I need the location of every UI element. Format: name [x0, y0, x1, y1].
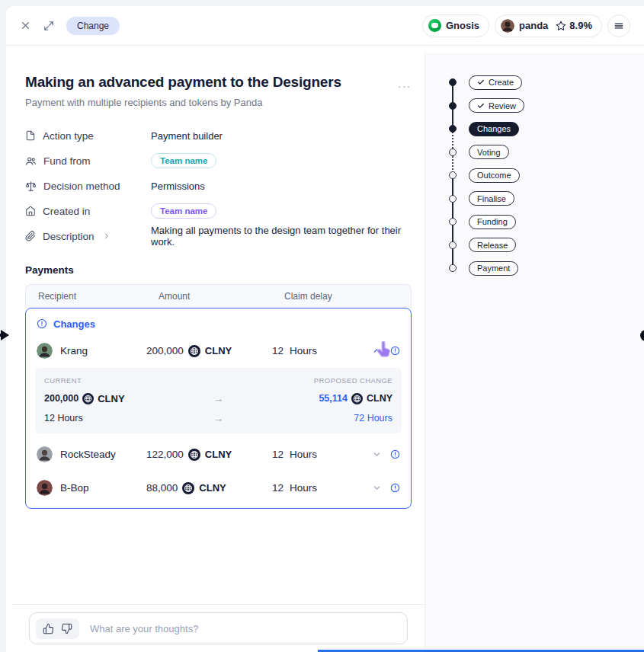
expand-icon[interactable]	[43, 21, 54, 31]
proposed-amount: 55,114	[319, 393, 348, 404]
scale-icon	[25, 181, 37, 192]
step-dot-hollow	[449, 171, 457, 179]
team-badge[interactable]: Team name	[151, 203, 216, 219]
step-release[interactable]: Release	[436, 234, 588, 257]
field-fund-from: Fund from Team name	[25, 149, 412, 174]
step-label: Create	[489, 78, 514, 87]
step-dot-filled	[449, 125, 457, 133]
network-name: Gnosis	[446, 20, 479, 31]
step-outcome[interactable]: Outcome	[436, 164, 588, 187]
comment-input[interactable]	[90, 623, 401, 634]
annotation-arrow-left	[0, 327, 10, 344]
thumbs-up-icon[interactable]	[43, 623, 54, 634]
delay-unit: Hours	[290, 345, 317, 356]
reaction-box	[36, 618, 79, 639]
delay-change-row: 12 Hours → 72 Hours	[44, 413, 392, 424]
check-icon	[477, 102, 485, 110]
gnosis-network-icon	[428, 19, 441, 32]
field-label: Created in	[43, 206, 90, 217]
column-header-recipient: Recipient	[38, 291, 159, 302]
step-create[interactable]: Create	[436, 71, 588, 94]
field-description: Description Making all payments to the d…	[25, 224, 412, 249]
changes-label: Changes	[53, 318, 95, 330]
step-changes[interactable]: Changes	[436, 117, 588, 141]
step-label: Payment	[477, 264, 510, 273]
step-dot-hollow	[449, 241, 457, 249]
file-icon	[25, 130, 36, 141]
proposed-change-label: PROPOSED CHANGE	[314, 376, 392, 385]
step-label: Outcome	[477, 171, 511, 180]
recipient-name[interactable]: RockSteady	[60, 449, 116, 460]
step-dot-hollow	[449, 149, 457, 156]
clny-token-icon	[82, 393, 94, 404]
action-type-badge[interactable]: Change	[66, 17, 120, 35]
recipient-name[interactable]: B-Bop	[60, 482, 89, 494]
expand-chevron-icon[interactable]	[372, 449, 382, 459]
proposed-delay: 72 Hours	[354, 413, 392, 423]
user-avatar	[501, 19, 514, 33]
chevron-right-icon	[103, 232, 111, 240]
reputation-value: 8.9%	[569, 20, 592, 31]
step-dot-filled	[449, 102, 457, 110]
team-badge[interactable]: Team name	[151, 153, 216, 168]
info-icon	[37, 318, 47, 329]
close-icon[interactable]	[20, 20, 31, 31]
field-value: Making all payments to the design team t…	[151, 225, 412, 248]
step-dot-hollow	[449, 195, 457, 203]
step-label: Release	[477, 241, 508, 250]
clny-token-icon	[182, 482, 194, 494]
step-label: Review	[489, 101, 516, 110]
topbar-right: Gnosis panda 8.9%	[422, 14, 630, 37]
payment-row-bbop: B-Bop 88,000 CLNY 12 Ho	[37, 479, 400, 497]
user-menu[interactable]: panda 8.9%	[495, 14, 602, 37]
hamburger-menu-icon[interactable]	[607, 14, 630, 37]
current-amount: 200,000	[44, 393, 78, 404]
proposed-change-panel: CURRENT PROPOSED CHANGE 200,000 CLNY	[35, 368, 402, 433]
column-header-claim-delay: Claim delay	[284, 291, 411, 302]
thumbs-down-icon[interactable]	[61, 623, 72, 634]
row-info-icon[interactable]	[390, 483, 400, 493]
step-label: Funding	[477, 217, 508, 226]
changes-group: Changes Krang 200,000	[25, 308, 412, 509]
current-delay: 12 Hours	[44, 413, 213, 423]
step-payment[interactable]: Payment	[436, 257, 588, 280]
step-voting[interactable]: Voting	[436, 141, 588, 165]
recipient-name[interactable]: Krang	[60, 345, 88, 356]
field-label: Fund from	[43, 155, 91, 167]
amount-value: 88,000	[146, 482, 178, 494]
avatar	[37, 446, 53, 462]
changes-group-header: Changes	[37, 318, 400, 330]
step-dot-hollow	[449, 264, 457, 272]
step-label: Finalise	[477, 194, 506, 203]
comment-bar	[12, 604, 425, 652]
amount-value: 122,000	[146, 449, 184, 460]
row-info-icon[interactable]	[390, 449, 400, 459]
clny-token-icon	[188, 449, 200, 461]
more-options-icon[interactable]: ...	[398, 74, 412, 89]
delay-unit: Hours	[290, 449, 317, 460]
collapse-chevron-icon[interactable]	[372, 346, 382, 356]
expand-chevron-icon[interactable]	[372, 483, 382, 493]
step-review[interactable]: Review	[436, 94, 588, 118]
star-icon	[556, 21, 566, 31]
column-header-amount: Amount	[159, 291, 284, 302]
field-value: Payment builder	[151, 130, 223, 142]
action-fields: Action type Payment builder Fund from Te…	[25, 123, 412, 249]
action-detail-panel: Making an advanced payment to the Design…	[12, 53, 425, 652]
step-finalise[interactable]: Finalise	[436, 187, 588, 211]
row-info-icon[interactable]	[390, 346, 400, 356]
current-label: CURRENT	[44, 376, 82, 385]
users-icon	[25, 155, 37, 167]
paperclip-icon	[25, 231, 36, 241]
step-funding[interactable]: Funding	[436, 210, 588, 234]
clny-token-icon	[351, 393, 363, 404]
reputation: 8.9%	[556, 20, 592, 31]
amount-value: 200,000	[146, 345, 184, 356]
comment-input-container[interactable]	[29, 612, 408, 644]
delay-value: 12	[272, 449, 284, 460]
token-symbol: CLNY	[205, 449, 232, 460]
user-name: panda	[519, 20, 548, 31]
network-selector[interactable]: Gnosis	[422, 14, 489, 37]
field-action-type: Action type Payment builder	[25, 123, 412, 149]
progress-sidebar: Create Review Changes Voting	[425, 53, 644, 652]
